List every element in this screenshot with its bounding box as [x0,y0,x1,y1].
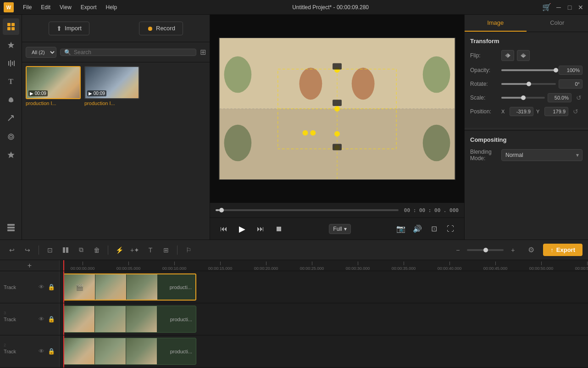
sidebar-item-media[interactable] [3,18,19,35]
timeline-settings-button[interactable]: ⚙ [525,244,538,256]
ruler-mark: 00:00:20.000 [243,262,289,271]
track-lock-button[interactable]: 🔒 [47,283,55,291]
flip-horizontal-button[interactable] [501,50,514,61]
sidebar-item-stickers[interactable] [3,147,19,163]
scale-label: Scale: [470,95,498,101]
grid-toggle-icon[interactable]: ⊞ [200,48,206,56]
redo-button[interactable]: ↪ [21,244,34,256]
track-number: 3 [4,311,6,315]
track-lock-button[interactable]: 🔒 [47,347,55,356]
screenshot-button[interactable]: 📷 [394,223,407,235]
position-y-input[interactable] [544,107,568,116]
menu-export[interactable]: Export [79,3,99,11]
track-visibility-button[interactable]: 👁 [37,283,45,291]
blend-mode-select[interactable]: NormalMultiplyScreenOverlayDarkenLighten [501,149,582,161]
group-button[interactable]: ⊞ [160,244,172,256]
flip-h-icon [504,52,511,59]
add-track-button[interactable]: + [24,261,35,270]
opacity-fill [501,69,556,71]
fit-button[interactable]: ⊡ [427,223,440,235]
add-effect-button[interactable]: +✦ [128,244,141,256]
play-badge: ▶ 00:09 [28,90,48,96]
stop-button[interactable]: ⏹ [272,223,285,235]
sidebar-item-shapes[interactable] [3,92,19,108]
sidebar-item-audio[interactable] [3,55,19,72]
list-item[interactable]: ▶ 00:09 production I... [84,66,139,106]
zoom-out-button[interactable]: − [451,244,464,256]
svg-point-24 [224,125,252,161]
rotate-value-input[interactable] [559,79,582,89]
record-button[interactable]: ⏺ Record [139,22,183,35]
undo-button[interactable]: ↩ [6,244,18,256]
scale-reset-button[interactable]: ↺ [575,94,582,101]
track-visibility-button[interactable]: 👁 [37,347,45,356]
scale-slider[interactable] [501,97,545,99]
cart-icon[interactable]: 🛒 [542,3,551,11]
import-button[interactable]: ⬆ Import [49,22,89,35]
sidebar-item-text[interactable]: T [3,73,19,90]
zoom-in-button[interactable]: + [506,244,519,256]
scale-value-input[interactable] [548,93,571,102]
progress-bar[interactable] [216,209,399,211]
add-text-button[interactable]: T [144,244,157,256]
svg-point-22 [352,68,375,100]
zoom-slider[interactable] [467,249,504,251]
menu-edit[interactable]: Edit [39,3,52,11]
marker-button[interactable]: ⚐ [182,244,195,256]
flip-vertical-button[interactable] [517,50,530,61]
track-visibility-button[interactable]: 👁 [37,315,45,323]
position-reset-button[interactable]: ↺ [572,108,579,115]
crop-tool-button[interactable]: ⊡ [44,244,56,256]
track-clip[interactable]: producti... [63,338,196,365]
speed-button[interactable]: ⚡ [113,244,126,256]
rotate-thumb[interactable] [527,82,531,86]
opacity-value-input[interactable] [559,66,582,75]
rotate-slider[interactable] [501,83,556,85]
minimize-button[interactable]: ─ [555,4,562,11]
play-button[interactable]: ▶ [236,223,249,235]
close-button[interactable]: ✕ [577,4,584,11]
sidebar-item-layout[interactable] [3,219,19,236]
svg-rect-1 [11,23,15,26]
copy-button[interactable]: ⧉ [75,244,88,256]
svg-marker-11 [7,151,14,158]
progress-thumb[interactable] [219,208,224,212]
compositing-section: Compositing Blending Mode: NormalMultipl… [465,130,588,172]
sidebar-item-effects[interactable] [3,37,19,53]
export-button[interactable]: ↑ Export [543,244,582,256]
media-thumbnail[interactable]: ▶ 00:09 [84,66,139,99]
media-thumbnail[interactable]: ▶ 00:09 [26,66,81,99]
track-clip[interactable]: 🎬 [63,273,196,301]
track-lock-button[interactable]: 🔒 [47,315,55,323]
media-filter-select[interactable]: All (2) [26,47,56,58]
search-input[interactable] [74,49,192,56]
maximize-button[interactable]: □ [566,4,573,11]
tab-image[interactable]: Image [465,15,527,32]
sidebar-item-filters[interactable] [3,128,19,145]
menu-view[interactable]: View [58,3,73,11]
volume-button[interactable]: 🔊 [411,223,424,235]
list-item[interactable]: ▶ 00:09 production I... [26,66,81,106]
scale-thumb[interactable] [521,95,526,100]
blend-mode-row: Blending Mode: NormalMultiplyScreenOverl… [470,149,582,162]
svg-marker-4 [8,42,14,48]
menu-file[interactable]: File [21,3,33,11]
ruler-ticks: 00:00:00.000 00:00:05.000 00:00:10.000 0… [60,262,588,271]
skip-back-button[interactable]: ⏮ [217,223,230,235]
blend-select-wrapper: NormalMultiplyScreenOverlayDarkenLighten [501,149,582,161]
split-button[interactable] [59,244,72,256]
tab-color[interactable]: Color [527,15,588,32]
zoom-thumb[interactable] [483,248,488,252]
opacity-thumb[interactable] [554,68,558,72]
opacity-slider[interactable] [501,69,556,71]
quality-select[interactable]: Full ▾ [329,224,350,234]
delete-button[interactable]: 🗑 [90,244,103,256]
fullscreen-button[interactable]: ⛶ [444,223,457,235]
position-x-input[interactable] [510,107,533,116]
table-row: 2 Track 👁 🔒 [0,335,588,368]
track-clip[interactable]: producti... [63,306,196,333]
menu-help[interactable]: Help [104,3,119,11]
sidebar-item-transitions[interactable] [3,110,19,127]
skip-forward-button[interactable]: ⏭ [254,223,267,235]
rotate-slider-container [501,79,582,89]
